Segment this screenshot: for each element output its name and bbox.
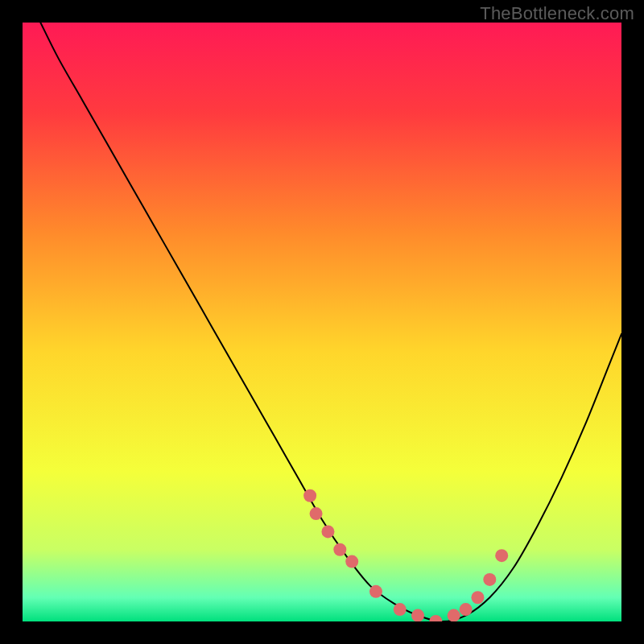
data-point <box>495 549 508 562</box>
chart-svg <box>23 23 621 621</box>
data-point <box>333 543 346 556</box>
data-point <box>303 489 316 502</box>
data-point <box>310 507 323 520</box>
data-point <box>394 603 407 616</box>
data-point <box>448 609 460 621</box>
chart-canvas: TheBottleneck.com <box>0 0 644 644</box>
data-point <box>471 591 484 604</box>
data-point <box>345 555 358 568</box>
data-point <box>411 609 424 621</box>
data-point <box>483 573 496 586</box>
data-point <box>321 525 334 538</box>
watermark-text: TheBottleneck.com <box>480 3 634 24</box>
data-point <box>460 603 473 616</box>
plot-area <box>23 23 621 621</box>
data-point <box>369 585 382 598</box>
